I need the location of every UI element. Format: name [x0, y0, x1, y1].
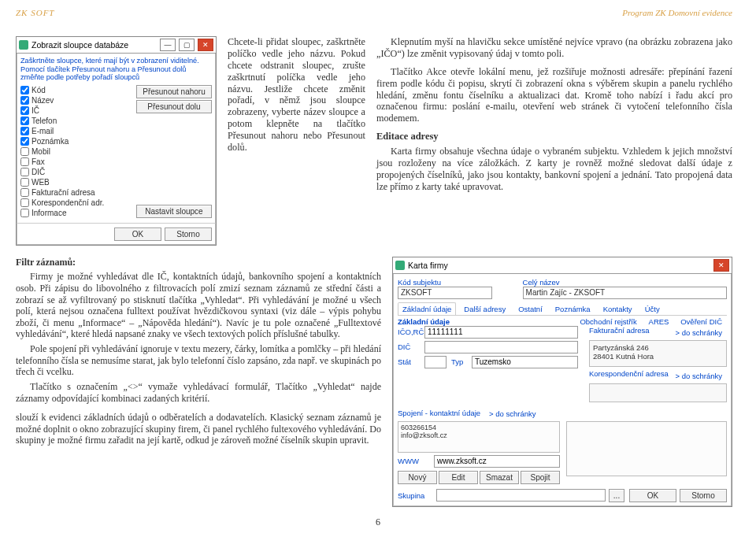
link-kor-clipboard[interactable]: > do schránky [671, 369, 727, 382]
right-text-block: Klepnutím myší na hlavičku sekce umístěn… [376, 36, 732, 246]
checkbox[interactable] [20, 178, 29, 187]
label-fak-adresa: Fakturační adresa [589, 326, 650, 339]
field-nazev[interactable]: Martin Zajíc - ZKSOFT [523, 287, 727, 299]
minimize-button[interactable]: — [160, 39, 176, 51]
heading-filter: Filtr záznamů: [16, 257, 76, 268]
chk-fax: Fax [20, 157, 133, 167]
chk-koradr: Korespondenční adr. [20, 198, 133, 208]
label-skupina: Skupina [398, 491, 433, 500]
table-spojeni[interactable]: 603266154 info@zksoft.cz [398, 421, 560, 453]
heading-editace: Editace adresy [376, 131, 732, 143]
titlebar: Zobrazit sloupce databáze — ▢ ✕ [17, 37, 216, 54]
tab-ucty[interactable]: Účty [640, 302, 665, 315]
chk-nazev: Název [20, 95, 133, 105]
checkbox[interactable] [20, 168, 29, 176]
chk-kod: Kód [20, 85, 133, 95]
chk-dic: DIČ [20, 167, 133, 177]
chk-email: E-mail [20, 126, 133, 136]
field-fak-adresa[interactable]: Partyzánská 246 28401 Kutná Hora [589, 340, 727, 367]
move-down-button[interactable]: Přesunout dolu [136, 100, 212, 113]
window-title: Karta firmy [408, 261, 710, 270]
paragraph-akce: Tlačítko Akce otevře lokální menu, jež r… [376, 66, 732, 124]
label-dic: DIČ [398, 342, 420, 351]
field-stat[interactable] [424, 356, 447, 368]
checkbox[interactable] [20, 127, 29, 135]
label-nazev: Celý název [523, 278, 582, 287]
tab-poznamka[interactable]: Poznámka [550, 302, 595, 315]
checkbox[interactable] [20, 96, 29, 105]
lookup-button[interactable]: ... [609, 489, 624, 502]
chk-telefon: Telefon [20, 116, 133, 126]
chk-fakadr: Fakturační adresa [20, 187, 133, 198]
chk-info: Informace [20, 208, 133, 218]
field-kor-adresa[interactable] [589, 383, 727, 402]
checkbox[interactable] [20, 137, 29, 146]
maximize-button[interactable]: ▢ [179, 39, 195, 51]
window-show-columns: Zobrazit sloupce databáze — ▢ ✕ Zaškrtně… [16, 36, 217, 246]
checkbox[interactable] [20, 188, 29, 197]
new-button[interactable]: Nový [398, 471, 437, 484]
checkbox[interactable] [20, 198, 29, 207]
checkbox[interactable] [20, 86, 29, 94]
dialog-description: Zaškrtněte sloupce, které mají být v zob… [20, 57, 212, 82]
checkbox[interactable] [20, 147, 29, 156]
paragraph-filter1: Firmy je možné vyhledávat dle IČ, kontak… [16, 271, 381, 340]
move-up-button[interactable]: Přesunout nahoru [136, 85, 212, 98]
label-typ: Typ [451, 357, 467, 366]
checkbox[interactable] [20, 106, 29, 115]
link-fak-clipboard[interactable]: > do schránky [671, 326, 727, 339]
chk-ic: IČ [20, 105, 133, 116]
cancel-button[interactable]: Storno [680, 489, 727, 502]
page-number: 6 [0, 516, 756, 528]
tab-kontakty[interactable]: Kontakty [598, 302, 637, 315]
paragraph-karta: Karta firmy obsahuje všechna údaje o vyb… [376, 146, 732, 193]
paragraph-filter3: Tlačítko s označením „<>“ vymaže vyhledá… [16, 381, 381, 404]
ok-button[interactable]: OK [114, 228, 161, 241]
checkbox[interactable] [20, 157, 29, 166]
paragraph-ico: Klepnutím myší na hlavičku sekce umístěn… [376, 36, 732, 60]
app-icon [19, 40, 28, 50]
field-ico[interactable] [424, 326, 578, 339]
window-title: Zobrazit sloupce databáze [32, 40, 157, 50]
paragraph-filter4: slouží k evidenci základních údajů o odb… [16, 412, 381, 446]
merge-button[interactable]: Spojit [521, 471, 560, 484]
column-checklist: Kód Název IČ Telefon E-mail Poznámka Mob… [20, 85, 133, 218]
close-button[interactable]: ✕ [713, 259, 729, 272]
group-title-basic: Základní údaje [398, 317, 450, 326]
titlebar: Karta firmy ✕ [393, 257, 732, 274]
tab-ostatni[interactable]: Ostatní [513, 302, 547, 315]
chk-web: WEB [20, 177, 133, 187]
paragraph-filter2: Pole spojení při vyhledávání ignoruje v … [16, 343, 381, 378]
delete-button[interactable]: Smazat [480, 471, 519, 484]
label-kod: Kód subjektu [398, 278, 457, 287]
field-dic[interactable] [424, 341, 578, 353]
filter-text-block: Filtr záznamů: Firmy je možné vyhledávat… [16, 257, 381, 507]
label-spojeni: Spojení - kontaktní údaje [398, 409, 480, 417]
link-spoj-clipboard[interactable]: > do schránky [484, 407, 540, 420]
tab-dalsi[interactable]: Další adresy [459, 302, 510, 315]
field-typ[interactable] [472, 356, 578, 368]
chk-poznamka: Poznámka [20, 136, 133, 146]
table-detail[interactable] [566, 421, 727, 476]
label-ico: IČO,RČ [398, 328, 420, 336]
label-www: WWW [398, 457, 429, 465]
ok-button[interactable]: OK [629, 489, 676, 502]
tab-zakladni[interactable]: Základní údaje [398, 302, 456, 315]
app-icon [395, 261, 405, 270]
field-www[interactable] [434, 455, 560, 468]
window-card: Karta firmy ✕ Kód subjektu ZKSOFT Celý n… [392, 257, 732, 507]
tab-bar: Základní údaje Další adresy Ostatní Pozn… [398, 302, 727, 316]
field-skupina[interactable] [436, 489, 606, 502]
close-button[interactable]: ✕ [198, 39, 213, 51]
paragraph-addcol: Chcete-li přidat sloupec, zaškrtněte pol… [228, 36, 365, 246]
field-kod[interactable]: ZKSOFT [398, 287, 492, 299]
doc-header-right: Program ZK Domovní evidence [622, 8, 732, 17]
cancel-button[interactable]: Storno [165, 228, 212, 241]
checkbox[interactable] [20, 117, 29, 125]
doc-header-left: ZK SOFT [16, 8, 55, 17]
checkbox[interactable] [20, 209, 29, 217]
set-columns-button[interactable]: Nastavit sloupce [136, 205, 212, 218]
edit-button[interactable]: Edit [439, 471, 478, 484]
label-kor-adresa: Korespondenční adresa [589, 369, 669, 382]
label-stat: Stát [398, 357, 420, 366]
